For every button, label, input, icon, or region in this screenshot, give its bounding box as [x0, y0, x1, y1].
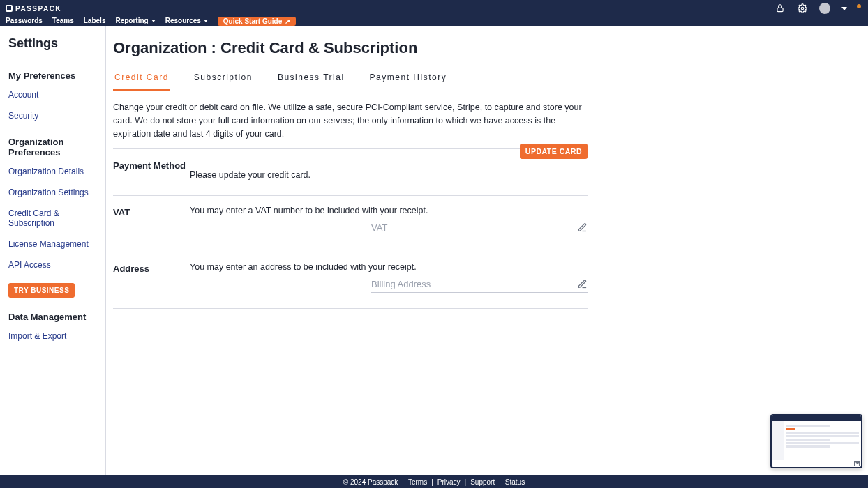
svg-rect-0	[777, 8, 783, 11]
footer-link-support[interactable]: Support	[470, 478, 495, 486]
row-label: Address	[113, 262, 190, 293]
intro-text: Change your credit or debit card on file…	[113, 101, 588, 140]
sidebar-item-label: License Management	[8, 239, 89, 249]
row-help: You may enter a VAT number to be include…	[190, 206, 588, 215]
chevron-down-icon[interactable]	[841, 7, 847, 10]
footer-link-label: Status	[505, 478, 525, 486]
sidebar-item-label: Organization Details	[8, 167, 84, 176]
footer-sep: |	[431, 478, 433, 486]
update-card-label: UPDATE CARD	[525, 147, 582, 155]
gear-icon[interactable]	[797, 3, 808, 14]
sidebar-heading-my-prefs: My Preferences	[8, 70, 97, 81]
mini-preview-widget[interactable]	[770, 414, 862, 468]
tab-label: Credit Card	[114, 73, 169, 82]
footer-copyright: © 2024 Passpack	[343, 478, 398, 486]
subtabs: Credit Card Subscription Business Trial …	[113, 67, 854, 91]
chevron-down-icon[interactable]	[854, 461, 860, 466]
row-help: You may enter an address to be included …	[190, 262, 588, 272]
sidebar-item-label: Security	[8, 111, 38, 121]
sidebar-title: Settings	[8, 36, 97, 51]
row-help: Please update your credit card.	[190, 170, 588, 180]
sidebar-item-label: Credit Card & Subscription	[8, 208, 59, 228]
brand-name: PASSPACK	[15, 5, 61, 13]
quick-start-label: Quick Start Guide	[223, 17, 282, 25]
sidebar-item-account[interactable]: Account	[8, 88, 97, 102]
chevron-down-icon	[204, 20, 208, 22]
sidebar-item-import-export[interactable]: Import & Export	[8, 329, 97, 343]
row-label: Payment Method	[113, 159, 190, 180]
sidebar-item-label: Import & Export	[8, 331, 66, 341]
page-title: Organization : Credit Card & Subscriptio…	[113, 39, 854, 57]
nav-passwords-label: Passwords	[6, 17, 43, 24]
lock-icon[interactable]	[775, 3, 786, 14]
sidebar-item-cc-subscription[interactable]: Credit Card & Subscription	[8, 206, 97, 230]
nav-resources-label: Resources	[165, 17, 201, 24]
row-address: Address You may enter an address to be i…	[113, 252, 588, 309]
topbar: PASSPACK	[0, 0, 868, 17]
brand: PASSPACK	[6, 5, 61, 13]
update-card-button[interactable]: UPDATE CARD	[520, 144, 588, 159]
row-payment-method: Payment Method UPDATE CARD Please update…	[113, 148, 588, 195]
notification-indicator[interactable]	[858, 3, 862, 14]
footer-link-label: Privacy	[437, 478, 461, 486]
sidebar-item-api-access[interactable]: API Access	[8, 258, 97, 272]
footer-link-label: Support	[470, 478, 495, 486]
sidebar: Settings My Preferences Account Security…	[0, 26, 106, 475]
pencil-icon[interactable]	[577, 222, 588, 233]
tab-label: Payment History	[370, 73, 447, 82]
footer: © 2024 Passpack | Terms | Privacy | Supp…	[0, 475, 868, 488]
sidebar-item-security[interactable]: Security	[8, 109, 97, 123]
avatar[interactable]	[819, 3, 830, 14]
sidebar-item-label: Account	[8, 90, 38, 100]
topbar-actions	[775, 3, 862, 14]
footer-link-privacy[interactable]: Privacy	[437, 478, 461, 486]
try-business-label: TRY BUSINESS	[14, 287, 69, 294]
notification-dot-icon	[857, 4, 861, 8]
content: Organization : Credit Card & Subscriptio…	[106, 26, 868, 475]
billing-address-input[interactable]	[371, 279, 570, 289]
sidebar-item-org-details[interactable]: Organization Details	[8, 165, 97, 178]
chevron-down-icon	[151, 20, 156, 22]
sidebar-heading-org-prefs: Organization Preferences	[8, 137, 97, 158]
nav-teams-label: Teams	[52, 17, 74, 24]
nav-labels[interactable]: Labels	[84, 17, 106, 24]
quick-start-button[interactable]: Quick Start Guide ↗	[218, 17, 296, 26]
nav-teams[interactable]: Teams	[52, 17, 74, 24]
sidebar-item-license[interactable]: License Management	[8, 237, 97, 251]
svg-point-1	[801, 7, 804, 10]
pencil-icon[interactable]	[577, 279, 588, 289]
vat-input[interactable]	[371, 222, 570, 233]
footer-link-terms[interactable]: Terms	[408, 478, 427, 486]
nav-passwords[interactable]: Passwords	[6, 17, 43, 24]
sidebar-heading-data-mgmt: Data Management	[8, 312, 97, 322]
footer-sep: |	[465, 478, 467, 486]
footer-sep: |	[402, 478, 404, 486]
tab-payment-history[interactable]: Payment History	[368, 67, 449, 91]
brand-logo-icon	[6, 5, 13, 12]
external-link-icon: ↗	[285, 17, 290, 25]
row-vat: VAT You may enter a VAT number to be inc…	[113, 195, 588, 252]
footer-link-label: Terms	[408, 478, 427, 486]
tab-credit-card[interactable]: Credit Card	[113, 67, 170, 91]
footer-sep: |	[499, 478, 501, 486]
sidebar-item-label: Organization Settings	[8, 188, 89, 197]
footer-link-status[interactable]: Status	[505, 478, 525, 486]
navbar: Passwords Teams Labels Reporting Resourc…	[0, 17, 868, 26]
tab-label: Business Trial	[278, 73, 345, 82]
tab-label: Subscription	[194, 73, 253, 82]
nav-reporting-label: Reporting	[115, 17, 148, 24]
tab-business-trial[interactable]: Business Trial	[276, 67, 346, 91]
sidebar-item-org-settings[interactable]: Organization Settings	[8, 185, 97, 199]
sidebar-item-label: API Access	[8, 260, 51, 270]
nav-resources[interactable]: Resources	[165, 17, 208, 24]
row-label: VAT	[113, 206, 190, 236]
try-business-button[interactable]: TRY BUSINESS	[8, 283, 75, 298]
nav-reporting[interactable]: Reporting	[115, 17, 155, 24]
nav-labels-label: Labels	[84, 17, 106, 24]
tab-subscription[interactable]: Subscription	[193, 67, 254, 91]
